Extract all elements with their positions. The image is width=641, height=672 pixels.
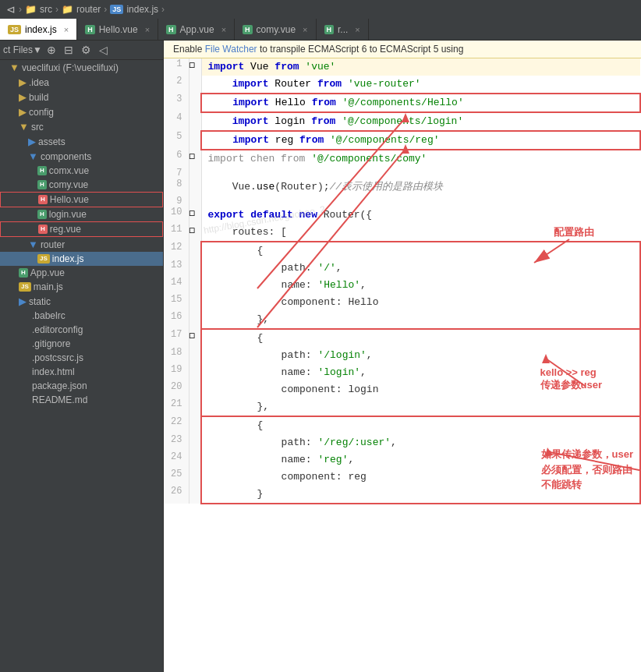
tab-vue-icon-hello: H <box>85 25 95 34</box>
tab-comy-vue[interactable]: H comy.vue × <box>235 19 316 40</box>
line-num-4: 4 <box>164 112 189 131</box>
tab-r-vue[interactable]: H r... × <box>317 19 369 40</box>
sidebar-item-comx[interactable]: H comx.vue <box>0 164 163 178</box>
sidebar-item-postcssrc[interactable]: .postcssrc.js <box>0 351 163 365</box>
line-num-26: 26 <box>164 486 189 504</box>
tab-index-js[interactable]: JS index.js × <box>0 19 77 40</box>
file-watcher-link[interactable]: File Watcher <box>205 44 257 55</box>
code-content-22[interactable]: { <box>201 416 640 434</box>
line-14: 14 name: 'Hello', <box>164 277 640 294</box>
code-content-1[interactable]: import Vue from 'vue' <box>201 58 640 76</box>
code-content-16[interactable]: }, <box>201 311 640 329</box>
code-content-12[interactable]: { <box>201 242 640 260</box>
tab-close-r[interactable]: × <box>355 25 359 34</box>
line-num-14: 14 <box>164 277 189 294</box>
sidebar-btn-1[interactable]: ⊕ <box>44 42 59 58</box>
code-content-23[interactable]: path: '/reg/:user', <box>201 434 640 451</box>
code-content-15[interactable]: component: Hello <box>201 294 640 311</box>
gutter-7 <box>189 168 201 179</box>
sidebar-item-editorconfig[interactable]: .editorconfig <box>0 323 163 337</box>
code-content-26[interactable]: } <box>201 486 640 504</box>
line-2: 2 import Router from 'vue-router' <box>164 76 640 94</box>
sidebar-item-comy[interactable]: H comy.vue <box>0 178 163 192</box>
badge-hello: H <box>38 195 48 204</box>
code-content-7[interactable] <box>201 168 640 179</box>
sidebar-item-indexhtml[interactable]: index.html <box>0 365 163 379</box>
code-content-13[interactable]: path: '/', <box>201 260 640 277</box>
sidebar-item-gitignore[interactable]: .gitignore <box>0 337 163 351</box>
line-num-20: 20 <box>164 381 189 398</box>
sidebar-label-appvue: App.vue <box>30 267 65 278</box>
tab-bar: JS index.js × H Hello.vue × H App.vue × … <box>0 19 641 41</box>
sidebar-item-readme[interactable]: README.md <box>0 393 163 407</box>
sidebar-item-hello[interactable]: H Hello.vue <box>0 192 163 207</box>
sidebar-label-readme: README.md <box>32 394 87 405</box>
code-content-3[interactable]: import Hello from '@/components/Hello' <box>201 94 640 112</box>
breadcrumb-indexjs[interactable]: index.js <box>126 4 158 15</box>
code-content-19[interactable]: name: 'login', <box>201 364 640 381</box>
line-num-12: 12 <box>164 242 189 260</box>
sidebar-btn-4[interactable]: ◁ <box>96 42 111 58</box>
folder-icon-idea: ▶ <box>19 76 27 88</box>
badge-indexjs: JS <box>37 254 50 263</box>
sidebar-label-config: config <box>29 107 54 118</box>
sidebar-item-packagejson[interactable]: package.json <box>0 379 163 393</box>
sidebar-item-static[interactable]: ▶ static <box>0 294 163 309</box>
sidebar-item-components[interactable]: ▼ components <box>0 149 163 164</box>
breadcrumb-file-icon: JS <box>110 5 123 14</box>
sidebar-label-idea: .idea <box>29 77 49 88</box>
tab-close-app[interactable]: × <box>221 25 226 34</box>
line-9: 9 <box>164 196 640 207</box>
badge-comx: H <box>37 166 47 175</box>
code-content-6[interactable]: import chen from '@/components/comy' <box>201 150 640 168</box>
info-text-after: to transpile ECMAScript 6 to ECMAScript … <box>260 44 463 55</box>
sidebar-item-idea[interactable]: ▶ .idea <box>0 75 163 90</box>
sidebar-btn-2[interactable]: ⊟ <box>61 42 76 58</box>
gutter-6: ◻ <box>189 150 201 168</box>
breadcrumb-src[interactable]: src <box>40 4 52 15</box>
sidebar-item-config[interactable]: ▶ config <box>0 104 163 119</box>
code-content-11[interactable]: routes: [ <box>201 224 640 242</box>
breadcrumb-router[interactable]: router <box>76 4 101 15</box>
sidebar-item-vueclifuxi[interactable]: ▼ vueclifuxi (F:\vueclifuxi) <box>0 60 163 75</box>
tab-app-vue[interactable]: H App.vue × <box>158 19 235 40</box>
code-content-8[interactable]: Vue.use(Router);//表示使用的是路由模块 <box>201 179 640 196</box>
sidebar-label-components: components <box>41 151 91 162</box>
sidebar-item-assets[interactable]: ▶ assets <box>0 134 163 149</box>
code-area[interactable]: 1 ◻ import Vue from 'vue' 2 import Route… <box>164 58 641 504</box>
tab-close-comy[interactable]: × <box>303 25 307 34</box>
sidebar-item-reg[interactable]: H reg.vue <box>0 221 163 237</box>
sidebar-item-build[interactable]: ▶ build <box>0 90 163 104</box>
sidebar-item-src[interactable]: ▼ src <box>0 119 163 134</box>
sidebar-label-comy: comy.vue <box>49 179 88 190</box>
code-content-18[interactable]: path: '/login', <box>201 347 640 364</box>
breadcrumb-sep: › <box>19 4 22 15</box>
sidebar-item-indexjs[interactable]: JS index.js <box>0 252 163 266</box>
sidebar-item-login[interactable]: H login.vue <box>0 207 163 221</box>
line-24: 24 name: 'reg', <box>164 451 640 469</box>
code-content-24[interactable]: name: 'reg', <box>201 451 640 469</box>
code-content-5[interactable]: import reg from '@/components/reg' <box>201 131 640 150</box>
badge-mainjs: JS <box>19 282 31 292</box>
sidebar-label-gitignore: .gitignore <box>32 338 70 349</box>
code-content-2[interactable]: import Router from 'vue-router' <box>201 76 640 94</box>
sidebar: ct Files▼ ⊕ ⊟ ⚙ ◁ ▼ vueclifuxi (F:\vuecl… <box>0 41 164 672</box>
tab-close-index[interactable]: × <box>64 25 69 34</box>
code-content-9[interactable] <box>201 196 640 207</box>
code-content-21[interactable]: }, <box>201 398 640 416</box>
code-content-14[interactable]: name: 'Hello', <box>201 277 640 294</box>
sidebar-item-appvue[interactable]: H App.vue <box>0 266 163 280</box>
code-content-10[interactable]: export default new Router({ <box>201 207 640 224</box>
tab-close-hello[interactable]: × <box>145 25 150 34</box>
tab-hello-vue[interactable]: H Hello.vue × <box>77 19 158 40</box>
code-content-4[interactable]: import login from '@/components/login' <box>201 112 640 131</box>
breadcrumb-sep2: › <box>55 4 58 15</box>
sidebar-btn-3[interactable]: ⚙ <box>78 42 94 58</box>
gutter-10: ◻ <box>189 207 201 224</box>
code-content-20[interactable]: component: login <box>201 381 640 398</box>
sidebar-item-router[interactable]: ▼ router <box>0 237 163 252</box>
code-content-17[interactable]: { <box>201 329 640 347</box>
sidebar-item-mainjs[interactable]: JS main.js <box>0 280 163 294</box>
sidebar-item-babelrc[interactable]: .babelrc <box>0 309 163 323</box>
code-content-25[interactable]: component: reg <box>201 469 640 486</box>
